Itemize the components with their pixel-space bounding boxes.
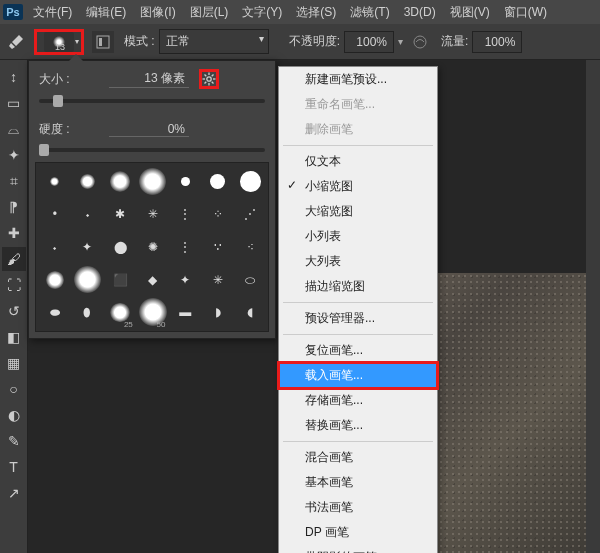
menu-item[interactable]: 预设管理器... xyxy=(279,306,437,331)
brush-thumb[interactable]: ⁙ xyxy=(268,232,269,262)
menu-file[interactable]: 文件(F) xyxy=(26,0,79,24)
tool-move[interactable]: ↕ xyxy=(2,65,26,89)
menu-item-label: 大缩览图 xyxy=(305,204,353,218)
menu-item[interactable]: 带阴影的画笔 xyxy=(279,545,437,553)
brush-thumb[interactable] xyxy=(138,167,168,197)
menu-view[interactable]: 视图(V) xyxy=(443,0,497,24)
brush-thumb[interactable]: • xyxy=(40,200,70,230)
brush-thumb[interactable]: ◖ xyxy=(236,297,266,327)
brush-thumb[interactable]: ⬩ xyxy=(40,232,70,262)
opacity-value[interactable]: 100% xyxy=(344,31,394,53)
menu-item[interactable]: 新建画笔预设... xyxy=(279,67,437,92)
menu-item[interactable]: 存储画笔... xyxy=(279,388,437,413)
brush-thumb[interactable]: 25 xyxy=(105,297,135,327)
menu-item[interactable]: DP 画笔 xyxy=(279,520,437,545)
brush-thumb[interactable]: ◗ xyxy=(203,297,233,327)
tool-wand[interactable]: ✦ xyxy=(2,143,26,167)
menu-image[interactable]: 图像(I) xyxy=(133,0,182,24)
tool-eraser[interactable]: ◧ xyxy=(2,325,26,349)
menu-item[interactable]: 替换画笔... xyxy=(279,413,437,438)
brush-thumb[interactable] xyxy=(40,167,70,197)
brush-thumb[interactable]: ⋮ xyxy=(170,200,200,230)
brush-thumb[interactable] xyxy=(105,167,135,197)
menu-filter[interactable]: 滤镜(T) xyxy=(343,0,396,24)
chevron-down-icon[interactable]: ▾ xyxy=(398,36,403,47)
tool-history[interactable]: ↺ xyxy=(2,299,26,323)
brush-panel-toggle-icon[interactable] xyxy=(92,31,114,53)
brush-thumb[interactable]: ⁕ xyxy=(268,265,269,295)
brush-thumb[interactable]: ✺ xyxy=(138,232,168,262)
brush-thumb[interactable] xyxy=(73,167,103,197)
menu-text[interactable]: 文字(Y) xyxy=(235,0,289,24)
menu-item[interactable]: 大缩览图 xyxy=(279,199,437,224)
brush-hardness-value[interactable]: 0% xyxy=(109,122,189,137)
menu-window[interactable]: 窗口(W) xyxy=(497,0,554,24)
tool-lasso[interactable]: ⌓ xyxy=(2,117,26,141)
menu-select[interactable]: 选择(S) xyxy=(289,0,343,24)
mode-dropdown[interactable]: 正常 xyxy=(159,29,269,54)
gear-icon[interactable] xyxy=(199,69,219,89)
menu-item[interactable]: 仅文本 xyxy=(279,149,437,174)
tool-crop[interactable]: ⌗ xyxy=(2,169,26,193)
tool-blur[interactable]: ○ xyxy=(2,377,26,401)
brush-thumb[interactable]: ✱ xyxy=(105,200,135,230)
tool-stamp[interactable]: ⛶ xyxy=(2,273,26,297)
tool-path[interactable]: ↗ xyxy=(2,481,26,505)
brush-thumb[interactable]: 50 xyxy=(138,297,168,327)
menu-3d[interactable]: 3D(D) xyxy=(397,0,443,24)
brush-thumb[interactable] xyxy=(203,167,233,197)
menu-item[interactable]: 小列表 xyxy=(279,224,437,249)
tool-marquee[interactable]: ▭ xyxy=(2,91,26,115)
flow-value[interactable]: 100% xyxy=(472,31,522,53)
brush-thumb[interactable]: ⬤ xyxy=(105,232,135,262)
menu-edit[interactable]: 编辑(E) xyxy=(79,0,133,24)
brush-thumb[interactable]: ◆ xyxy=(138,265,168,295)
brush-thumb[interactable]: ∵ xyxy=(203,232,233,262)
brush-thumb[interactable]: ▬ xyxy=(170,297,200,327)
brush-thumb[interactable]: ⁘ xyxy=(203,200,233,230)
svg-rect-0 xyxy=(97,36,109,48)
brush-thumb[interactable]: ✱ xyxy=(268,297,269,327)
menu-layer[interactable]: 图层(L) xyxy=(183,0,236,24)
brush-preset-dropdown[interactable]: 13 ▾ xyxy=(34,29,84,55)
tool-eyedropper[interactable]: ⁋ xyxy=(2,195,26,219)
brush-thumb[interactable]: ⋮ xyxy=(170,232,200,262)
brush-thumb[interactable]: ✦ xyxy=(170,265,200,295)
brush-thumb[interactable] xyxy=(236,167,266,197)
brush-hardness-slider[interactable] xyxy=(39,148,265,152)
tool-brush[interactable]: 🖌 xyxy=(2,247,26,271)
brush-thumb[interactable]: ⋰ xyxy=(236,200,266,230)
brush-thumb[interactable]: ✳ xyxy=(138,200,168,230)
menu-separator xyxy=(283,302,433,303)
brush-size-value[interactable]: 13 像素 xyxy=(109,70,189,88)
brush-size-slider[interactable] xyxy=(39,99,265,103)
menu-item[interactable]: 混合画笔 xyxy=(279,445,437,470)
pressure-opacity-icon[interactable] xyxy=(409,31,431,53)
tool-text[interactable]: T xyxy=(2,455,26,479)
tool-dodge[interactable]: ◐ xyxy=(2,403,26,427)
menu-item[interactable]: 大列表 xyxy=(279,249,437,274)
menu-item[interactable]: 载入画笔... xyxy=(279,363,437,388)
menu-item[interactable]: 描边缩览图 xyxy=(279,274,437,299)
menu-item[interactable]: ✓小缩览图 xyxy=(279,174,437,199)
brush-thumb[interactable]: ⬛ xyxy=(105,265,135,295)
tool-pen[interactable]: ✎ xyxy=(2,429,26,453)
brush-thumb[interactable] xyxy=(268,167,269,197)
brush-thumb[interactable]: ⬭ xyxy=(236,265,266,295)
brush-thumb[interactable]: ✦ xyxy=(73,232,103,262)
brush-thumb[interactable]: ⬬ xyxy=(40,297,70,327)
tool-heal[interactable]: ✚ xyxy=(2,221,26,245)
brush-thumb[interactable] xyxy=(40,265,70,295)
menu-item[interactable]: 书法画笔 xyxy=(279,495,437,520)
brush-thumb[interactable] xyxy=(73,265,103,295)
brush-thumb[interactable]: ⬩ xyxy=(73,200,103,230)
menu-item[interactable]: 基本画笔 xyxy=(279,470,437,495)
brush-thumb[interactable]: ∴ xyxy=(268,200,269,230)
brush-thumb[interactable]: ⁖ xyxy=(236,232,266,262)
brush-thumb[interactable]: ✳ xyxy=(203,265,233,295)
tool-gradient[interactable]: ▦ xyxy=(2,351,26,375)
brush-thumb[interactable]: ⬮ xyxy=(73,297,103,327)
menu-item[interactable]: 复位画笔... xyxy=(279,338,437,363)
vertical-scrollbar[interactable] xyxy=(586,60,600,553)
brush-thumb[interactable] xyxy=(170,167,200,197)
